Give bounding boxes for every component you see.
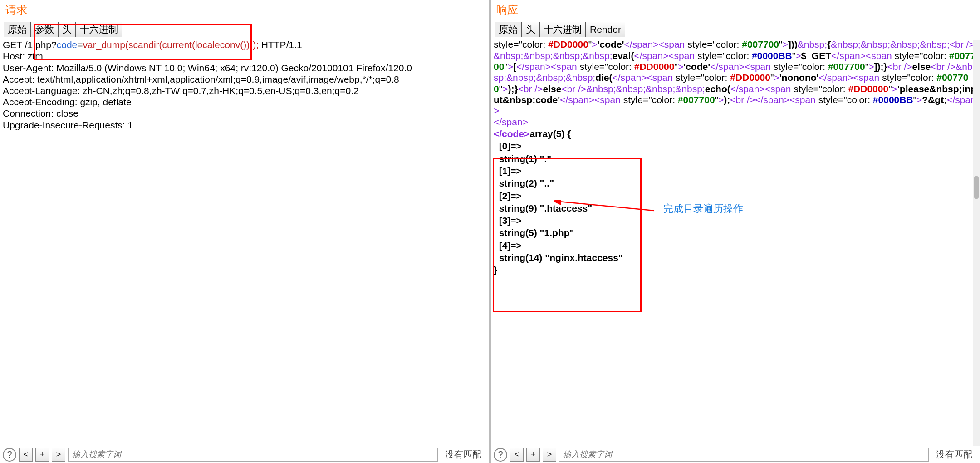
response-content[interactable]: style="color: #DD0000">'code'</span><spa… [491, 37, 980, 278]
tab-hex[interactable]: 十六进制 [539, 22, 586, 37]
response-array-output: </code>array(5) { [0]=> string(1) "." [1… [494, 128, 977, 276]
plus-button[interactable]: + [35, 448, 49, 462]
tab-render[interactable]: Render [586, 22, 625, 37]
param-value: var_dump(scandir(current(localeconv())))… [83, 39, 259, 50]
search-input[interactable] [559, 448, 929, 462]
help-button[interactable]: ? [494, 448, 507, 462]
scrollbar-thumb[interactable] [974, 176, 979, 199]
no-match-label: 没有匹配 [931, 448, 977, 461]
prev-button[interactable]: < [510, 448, 524, 462]
scrollbar[interactable] [973, 40, 980, 446]
response-panel: 响应 原始 头 十六进制 Render style="color: #DD000… [491, 0, 980, 463]
param-key: code [57, 39, 78, 50]
prev-button[interactable]: < [19, 448, 33, 462]
tab-headers[interactable]: 头 [522, 22, 539, 37]
tab-headers[interactable]: 头 [58, 22, 76, 37]
response-tabs: 原始 头 十六进制 Render [491, 22, 980, 37]
header-line: Accept-Encoding: gzip, deflate [3, 96, 486, 108]
request-line: GET /1.php?code=var_dump(scandir(current… [3, 39, 486, 50]
header-line: Accept-Language: zh-CN,zh;q=0.8,zh-TW;q=… [3, 85, 486, 96]
response-title: 响应 [491, 0, 980, 20]
http-version: HTTP/1.1 [259, 39, 302, 50]
request-content[interactable]: GET /1.php?code=var_dump(scandir(current… [0, 37, 489, 463]
plus-button[interactable]: + [526, 448, 540, 462]
request-panel: 请求 原始 参数 头 十六进制 GET /1.php?code=var_dump… [0, 0, 489, 463]
http-method: GET [3, 39, 25, 50]
no-match-label: 没有匹配 [441, 448, 486, 461]
http-path: /1.php? [25, 39, 57, 50]
request-status-bar: ? < + > 没有匹配 [0, 446, 489, 463]
request-title: 请求 [0, 0, 489, 20]
next-button[interactable]: > [52, 448, 65, 462]
header-line: Connection: close [3, 108, 486, 119]
tab-raw[interactable]: 原始 [4, 22, 31, 37]
response-status-bar: ? < + > 没有匹配 [491, 446, 980, 463]
param-eq: = [77, 39, 83, 50]
header-line: Host: ztm [3, 50, 486, 62]
search-input[interactable] [68, 448, 438, 462]
request-tabs: 原始 参数 头 十六进制 [0, 22, 489, 37]
help-button[interactable]: ? [3, 448, 16, 462]
header-line: User-Agent: Mozilla/5.0 (Windows NT 10.0… [3, 62, 486, 74]
next-button[interactable]: > [543, 448, 556, 462]
tab-raw[interactable]: 原始 [495, 22, 522, 37]
tab-hex[interactable]: 十六进制 [76, 22, 122, 37]
header-line: Upgrade-Insecure-Requests: 1 [3, 119, 486, 131]
tab-params[interactable]: 参数 [31, 22, 58, 37]
header-line: Accept: text/html,application/xhtml+xml,… [3, 74, 486, 85]
